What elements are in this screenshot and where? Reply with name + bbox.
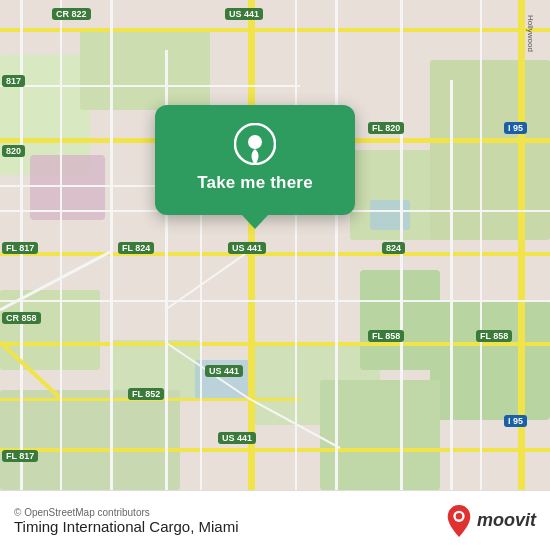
svg-rect-16 [0, 28, 550, 32]
svg-text:Hollywood: Hollywood [526, 15, 535, 52]
road-badge-us441-lower: US 441 [205, 365, 243, 377]
road-badge-fl858-right: FL 858 [476, 330, 512, 342]
take-me-there-button[interactable]: Take me there [197, 173, 313, 193]
attribution-text: © OpenStreetMap contributors [14, 507, 239, 518]
bottom-bar: © OpenStreetMap contributors Timing Inte… [0, 490, 550, 550]
road-badge-cr858: CR 858 [2, 312, 41, 324]
popup-card: Take me there [155, 105, 355, 215]
road-badge-824-right: 824 [382, 242, 405, 254]
road-badge-cr822: CR 822 [52, 8, 91, 20]
svg-rect-21 [0, 448, 550, 452]
road-badge-820: 820 [2, 145, 25, 157]
svg-rect-14 [370, 200, 410, 230]
road-badge-i95-bottom: I 95 [504, 415, 527, 427]
road-badge-fl820-right: FL 820 [368, 122, 404, 134]
moovit-pin-icon [445, 505, 473, 537]
svg-point-46 [456, 513, 463, 520]
svg-rect-9 [430, 300, 550, 420]
svg-rect-40 [295, 0, 297, 490]
road-badge-i95-top: I 95 [504, 122, 527, 134]
road-badge-fl817: FL 817 [2, 242, 38, 254]
svg-rect-37 [0, 300, 550, 302]
road-badge-us441-top: US 441 [225, 8, 263, 20]
svg-rect-19 [0, 342, 550, 346]
road-badge-fl824: FL 824 [118, 242, 154, 254]
svg-rect-4 [430, 60, 550, 240]
svg-rect-11 [0, 390, 180, 490]
svg-rect-2 [80, 30, 210, 110]
svg-rect-41 [480, 0, 482, 490]
road-badge-fl858-mid: FL 858 [368, 330, 404, 342]
svg-rect-23 [110, 0, 113, 490]
location-pin-icon [234, 123, 276, 165]
svg-rect-25 [335, 0, 338, 490]
svg-rect-34 [0, 85, 300, 87]
location-name: Timing International Cargo, Miami [14, 518, 239, 535]
road-badge-us441-mid: US 441 [228, 242, 266, 254]
road-badge-fl817-bottom: FL 817 [2, 450, 38, 462]
moovit-logo: moovit [445, 505, 536, 537]
map-container: Hollywood CR 822 US 441 817 820 FL 820 F… [0, 0, 550, 490]
road-badge-fl852: FL 852 [128, 388, 164, 400]
moovit-text: moovit [477, 510, 536, 531]
road-badge-us441-bottom: US 441 [218, 432, 256, 444]
svg-point-44 [248, 135, 262, 149]
svg-rect-18 [0, 252, 550, 256]
svg-rect-38 [60, 0, 62, 490]
bottom-info: © OpenStreetMap contributors Timing Inte… [14, 507, 239, 535]
svg-rect-27 [450, 80, 453, 490]
road-badge-817: 817 [2, 75, 25, 87]
